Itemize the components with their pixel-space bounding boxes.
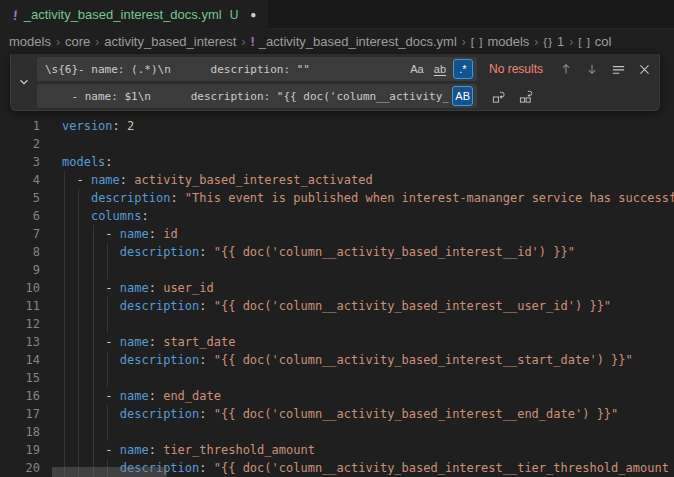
indent-guide (93, 315, 94, 333)
code-line[interactable]: 7 - name: id (0, 225, 674, 243)
code-line[interactable]: 1version: 2 (0, 117, 674, 135)
line-number: 10 (0, 279, 40, 297)
breadcrumb-item--activity-based-interest-docs-yml[interactable]: !_activity_based_interest_docs.yml (250, 34, 456, 49)
tab-filename: _activity_based_interest_docs.yml (24, 7, 222, 22)
line-content: version: 2 (62, 117, 134, 135)
line-number: 1 (0, 117, 40, 135)
indent-guide (64, 369, 65, 387)
arrow-down-icon (585, 62, 599, 76)
regex-button[interactable]: .* (453, 59, 473, 79)
line-content: - name: id (62, 225, 178, 243)
unsaved-dot-icon[interactable]: ● (250, 9, 256, 20)
symbol-array-icon: [ ] (578, 36, 591, 48)
breadcrumb-label: _activity_based_interest_docs.yml (259, 34, 457, 49)
breadcrumb-separator-icon: › (94, 35, 100, 49)
find-in-selection-button[interactable] (607, 58, 629, 80)
code-area[interactable]: 1version: 223models:4 - name: activity_b… (0, 117, 674, 477)
symbol-object-icon: {} (543, 36, 553, 48)
editor-pane[interactable]: 1version: 223models:4 - name: activity_b… (0, 53, 674, 477)
line-number: 16 (0, 387, 40, 405)
code-line[interactable]: 12 (0, 315, 674, 333)
code-line[interactable]: 10 - name: user_id (0, 279, 674, 297)
indent-guide (64, 423, 65, 441)
line-number: 7 (0, 225, 40, 243)
line-content: - name: tier_threshold_amount (62, 441, 315, 459)
line-number: 11 (0, 297, 40, 315)
preserve-case-button[interactable]: AB (452, 86, 473, 106)
arrow-up-icon (559, 62, 573, 76)
code-line[interactable]: 16 - name: end_date (0, 387, 674, 405)
line-content: - name: activity_based_interest_activate… (62, 171, 373, 189)
line-number: 18 (0, 423, 40, 441)
yaml-file-icon: ! (12, 8, 18, 22)
line-number: 19 (0, 441, 40, 459)
code-line[interactable]: 11 description: "{{ doc('column__activit… (0, 297, 674, 315)
horizontal-scrollbar[interactable] (52, 467, 167, 477)
next-match-button[interactable] (581, 58, 603, 80)
breadcrumb-item-col[interactable]: [ ]col (578, 34, 611, 49)
tab-active-file[interactable]: ! _activity_based_interest_docs.yml U ● (0, 0, 268, 29)
breadcrumb-item-activity-based-interest[interactable]: activity_based_interest (104, 34, 236, 49)
code-line[interactable]: 13 - name: start_date (0, 333, 674, 351)
replace-all-button[interactable] (515, 85, 537, 107)
find-input[interactable]: \s{6}- name: (.*)\n description: "" Aa a… (37, 57, 477, 81)
code-line[interactable]: 3models: (0, 153, 674, 171)
breadcrumb-item-core[interactable]: core (65, 34, 90, 49)
code-line[interactable]: 18 (0, 423, 674, 441)
code-line[interactable]: 19 - name: tier_threshold_amount (0, 441, 674, 459)
replace-icon (491, 89, 506, 104)
code-line[interactable]: 5 description: "This event is published … (0, 189, 674, 207)
replace-input[interactable]: - name: $1\n description: "{{ doc('colum… (37, 84, 477, 108)
toggle-replace-button[interactable] (11, 54, 37, 110)
line-number: 12 (0, 315, 40, 333)
breadcrumb-item-1[interactable]: {}1 (543, 34, 564, 49)
code-line[interactable]: 9 (0, 261, 674, 279)
git-untracked-badge: U (230, 8, 239, 22)
find-row: \s{6}- name: (.*)\n description: "" Aa a… (37, 57, 655, 81)
line-content: models: (62, 153, 113, 171)
line-number: 20 (0, 459, 40, 477)
breadcrumb-separator-icon: › (568, 35, 574, 49)
indent-guide (107, 261, 108, 279)
breadcrumb-separator-icon: › (461, 35, 467, 49)
code-line[interactable]: 17 description: "{{ doc('column__activit… (0, 405, 674, 423)
indent-guide (64, 315, 65, 333)
code-line[interactable]: 2 (0, 135, 674, 153)
breadcrumb-separator-icon: › (240, 35, 246, 49)
breadcrumb-separator-icon: › (533, 35, 539, 49)
line-content: columns: (62, 207, 149, 225)
selection-lines-icon (611, 62, 626, 77)
line-number: 5 (0, 189, 40, 207)
find-results-status: No results (489, 62, 543, 76)
line-content: description: "{{ doc('column__activity_b… (62, 351, 633, 369)
replace-one-button[interactable] (487, 85, 509, 107)
indent-guide (78, 315, 79, 333)
whole-word-button[interactable]: ab (430, 59, 450, 79)
code-line[interactable]: 14 description: "{{ doc('column__activit… (0, 351, 674, 369)
line-content: description: "{{ doc('column__activity_b… (62, 243, 575, 261)
line-number: 15 (0, 369, 40, 387)
code-line[interactable]: 8 description: "{{ doc('column__activity… (0, 243, 674, 261)
breadcrumb: models›core›activity_based_interest›!_ac… (0, 30, 674, 53)
breadcrumb-label: 1 (557, 34, 564, 49)
close-find-button[interactable] (633, 58, 655, 80)
indent-guide (107, 423, 108, 441)
code-line[interactable]: 4 - name: activity_based_interest_activa… (0, 171, 674, 189)
indent-guide (107, 315, 108, 333)
breadcrumb-item-models[interactable]: models (9, 34, 51, 49)
code-line[interactable]: 6 columns: (0, 207, 674, 225)
breadcrumb-label: core (65, 34, 90, 49)
tab-bar: ! _activity_based_interest_docs.yml U ● (0, 0, 674, 29)
line-number: 4 (0, 171, 40, 189)
match-case-button[interactable]: Aa (407, 59, 427, 79)
line-content: - name: start_date (62, 333, 235, 351)
replace-text: - name: $1\n description: "{{ doc('colum… (45, 90, 449, 103)
breadcrumb-item-models[interactable]: [ ]models (471, 34, 530, 49)
previous-match-button[interactable] (555, 58, 577, 80)
code-line[interactable]: 15 (0, 369, 674, 387)
line-content: - name: end_date (62, 387, 221, 405)
breadcrumb-label: col (595, 34, 612, 49)
line-number: 14 (0, 351, 40, 369)
breadcrumb-label: models (487, 34, 529, 49)
line-number: 3 (0, 153, 40, 171)
